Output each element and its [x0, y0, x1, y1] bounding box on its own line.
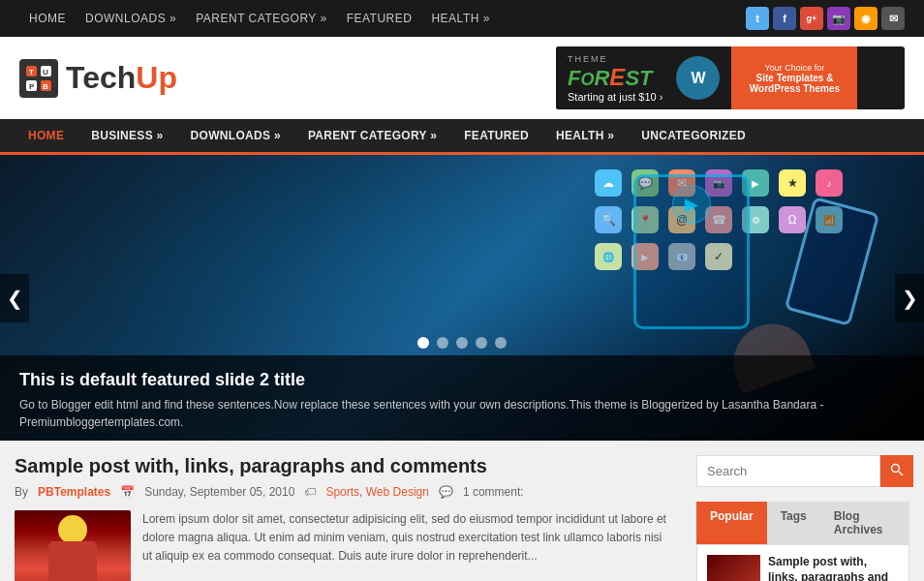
search-button[interactable]: [880, 455, 913, 487]
site-header: T U P B TechUp THEME FOREST Starting at …: [0, 37, 924, 119]
post-thumbnail: [15, 510, 131, 581]
slider-caption: This is default featured slide 2 title G…: [0, 355, 924, 441]
tab-tags[interactable]: Tags: [767, 502, 820, 544]
tab-popular[interactable]: Popular: [696, 502, 767, 544]
top-nav: HOME DOWNLOADS PARENT CATEGORY FEATURED …: [0, 0, 924, 37]
slider-dot-2[interactable]: [437, 337, 448, 349]
svg-text:T: T: [29, 68, 34, 76]
top-nav-links: HOME DOWNLOADS PARENT CATEGORY FEATURED …: [19, 12, 500, 25]
top-nav-parent-category[interactable]: PARENT CATEGORY: [186, 12, 336, 25]
sidebar-thumb-1: [707, 555, 760, 581]
top-nav-home[interactable]: HOME: [19, 12, 76, 25]
post-title: Sample post with, links, paragraphs and …: [15, 455, 667, 477]
category-icon: 🏷: [304, 485, 316, 499]
post-footer: Share: f t G+ Read More: [142, 576, 667, 581]
nav-item-health[interactable]: HEALTH: [542, 119, 628, 152]
post-date: Sunday, September 05, 2010: [144, 485, 294, 499]
nav-item-business[interactable]: BUSINESS: [77, 119, 176, 152]
slider-dot-4[interactable]: [476, 337, 487, 349]
sidebar: Popular Tags Blog Archives Sample post w…: [682, 441, 924, 581]
cat-sports[interactable]: Sports: [325, 485, 359, 499]
post-comments: 1 comment:: [463, 485, 524, 499]
header-ad[interactable]: THEME FOREST Starting at just $10 › W Yo…: [556, 46, 905, 109]
slider-title: This is default featured slide 2 title: [19, 370, 905, 390]
sidebar-content: Sample post with, links, paragraphs and …: [696, 544, 909, 581]
ad-wp-logo: W: [676, 56, 720, 100]
sidebar-post-1: Sample post with, links, paragraphs and …: [707, 555, 899, 581]
slider-text: Go to Blogger edit html and find these s…: [19, 396, 905, 431]
twitter-icon[interactable]: t: [746, 7, 769, 30]
sidebar-post-title-1[interactable]: Sample post with, links, paragraphs and …: [768, 555, 899, 581]
comment-icon: 💬: [439, 485, 453, 499]
social-icons: t f g+ 📷 ◉ ✉: [746, 7, 905, 30]
gplus-icon[interactable]: g+: [800, 7, 823, 30]
main-nav: HOME BUSINESS DOWNLOADS PARENT CATEGORY …: [0, 119, 924, 155]
post-text: Lorem ipsum dolor sit amet, consectetur …: [142, 510, 667, 566]
nav-item-uncategorized[interactable]: UNCATEGORIZED: [628, 119, 759, 152]
ad-choice-label: Your Choice for: [765, 63, 825, 73]
slider-dots: [417, 337, 507, 349]
post-title-link[interactable]: Sample post with, links, paragraphs and …: [15, 455, 487, 476]
calendar-icon: 📅: [120, 485, 135, 499]
logo[interactable]: T U P B TechUp: [19, 59, 177, 98]
nav-item-featured[interactable]: FEATURED: [450, 119, 542, 152]
top-nav-featured[interactable]: FEATURED: [337, 12, 422, 25]
rss-icon[interactable]: ◉: [854, 7, 878, 30]
facebook-icon[interactable]: f: [773, 7, 796, 30]
featured-slider: ☁ 💬 ✉ 📷 ▶ ★ ♪ 🔍 📍 @ ☎ ⚙ Ω 📶 🌐 ▶ 📧 ✓ ▶ ❮: [0, 155, 924, 441]
search-input[interactable]: [696, 455, 880, 487]
nav-item-parent-category[interactable]: PARENT CATEGORY: [294, 119, 450, 152]
tablet-device: ▶: [633, 174, 750, 329]
slider-prev-button[interactable]: ❮: [0, 274, 29, 322]
svg-line-9: [899, 472, 903, 475]
svg-text:B: B: [43, 82, 48, 91]
svg-point-8: [892, 465, 900, 473]
slider-dot-5[interactable]: [495, 337, 507, 349]
ad-price: Starting at just $10 ›: [568, 91, 662, 103]
ad-theme-label: THEME: [568, 54, 662, 64]
logo-icon: T U P B: [19, 59, 58, 98]
main-content: Sample post with, links, paragraphs and …: [0, 441, 682, 581]
post-categories: Sports, Web Design: [325, 485, 429, 499]
sidebar-tabs: Popular Tags Blog Archives: [696, 502, 909, 544]
email-icon[interactable]: ✉: [881, 7, 905, 30]
svg-text:P: P: [29, 82, 35, 91]
sidebar-post-text-1: Sample post with, links, paragraphs and …: [768, 555, 899, 581]
top-nav-health[interactable]: HEALTH: [421, 12, 499, 25]
nav-item-downloads[interactable]: DOWNLOADS: [177, 119, 294, 152]
logo-up: Up: [136, 60, 177, 95]
search-box: [696, 455, 909, 487]
instagram-icon[interactable]: 📷: [827, 7, 850, 30]
slider-next-button[interactable]: ❯: [895, 274, 924, 322]
cat-web-design[interactable]: Web Design: [366, 485, 429, 499]
author-by: By: [15, 485, 28, 499]
slider-dot-3[interactable]: [456, 337, 468, 349]
ad-choice: Your Choice for Site Templates & WordPre…: [731, 46, 857, 109]
post-author[interactable]: PBTemplates: [38, 485, 110, 499]
ad-forest-logo: FOREST: [568, 64, 662, 91]
svg-text:U: U: [43, 68, 48, 76]
content-wrapper: Sample post with, links, paragraphs and …: [0, 441, 924, 581]
post-body: Lorem ipsum dolor sit amet, consectetur …: [15, 510, 667, 581]
slider-dot-1[interactable]: [417, 337, 429, 349]
top-nav-downloads[interactable]: DOWNLOADS: [76, 12, 186, 25]
tab-blog-archives[interactable]: Blog Archives: [820, 502, 909, 544]
ad-forest: THEME FOREST Starting at just $10 › W: [556, 46, 731, 109]
post-meta: By PBTemplates 📅 Sunday, September 05, 2…: [15, 485, 667, 499]
logo-tech: Tech: [66, 60, 136, 95]
logo-text: TechUp: [66, 60, 177, 96]
nav-item-home[interactable]: HOME: [15, 119, 77, 152]
ad-choice-sub: Site Templates & WordPress Themes: [737, 73, 851, 94]
